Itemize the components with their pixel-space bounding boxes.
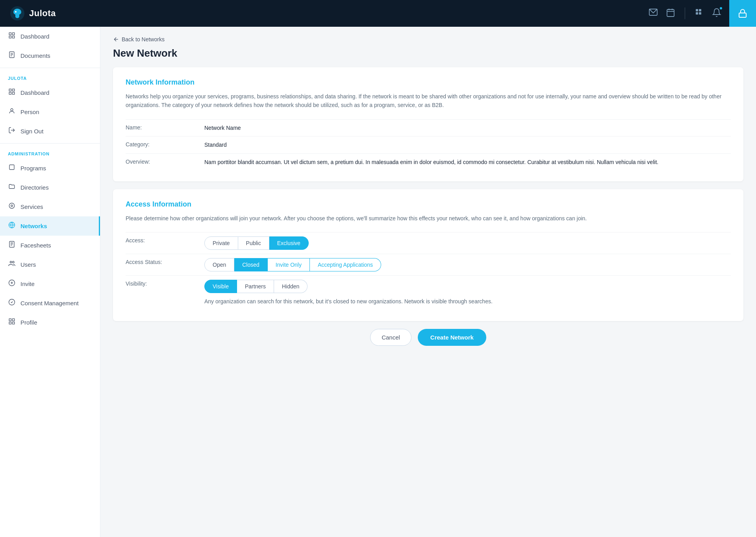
sidebar-label-dashboard-top: Dashboard [20, 33, 49, 40]
svg-rect-21 [13, 89, 15, 91]
visibility-option-partners[interactable]: Partners [237, 280, 274, 293]
field-label-access-status: Access Status: [126, 258, 204, 265]
page-title: New Network [113, 47, 743, 59]
svg-rect-44 [9, 322, 11, 324]
sidebar-item-directories[interactable]: Directories [0, 178, 100, 197]
svg-rect-12 [9, 33, 11, 35]
field-row-access-status: Access Status: Open Closed Invite Only A… [126, 254, 731, 275]
visibility-option-visible[interactable]: Visible [204, 280, 237, 293]
documents-icon [8, 51, 16, 60]
svg-point-1 [15, 11, 17, 13]
svg-point-24 [11, 109, 13, 111]
field-label-visibility: Visibility: [126, 280, 204, 287]
svg-point-27 [11, 205, 13, 207]
signout-icon [8, 127, 16, 136]
admin-section-label: ADMINISTRATION [0, 146, 100, 159]
svg-point-35 [10, 261, 12, 263]
access-status-button-group: Open Closed Invite Only Accepting Applic… [204, 258, 731, 271]
access-option-exclusive[interactable]: Exclusive [269, 236, 309, 250]
svg-rect-15 [9, 36, 11, 38]
sidebar-item-facesheets[interactable]: Facesheets [0, 236, 100, 255]
sidebar-label-facesheets: Facesheets [20, 242, 51, 249]
cancel-button[interactable]: Cancel [370, 329, 411, 346]
sidebar-divider-2 [0, 143, 100, 144]
sidebar-item-networks[interactable]: Networks [0, 216, 100, 236]
sidebar-item-programs[interactable]: Programs [0, 159, 100, 178]
field-value-category: Standard [204, 140, 731, 149]
sidebar-label-documents: Documents [20, 52, 50, 59]
access-summary: Any organization can search for this net… [204, 297, 731, 306]
network-info-card: Network Information Networks help you or… [113, 67, 743, 181]
back-arrow-icon [113, 36, 119, 42]
lock-button[interactable] [729, 0, 756, 27]
svg-rect-42 [13, 319, 15, 321]
sidebar-label-users: Users [20, 261, 36, 268]
messages-icon[interactable] [649, 8, 658, 19]
sidebar-divider-1 [0, 68, 100, 68]
network-info-title: Network Information [126, 78, 731, 87]
field-label-name: Name: [126, 124, 204, 131]
sidebar-item-person[interactable]: Person [0, 102, 100, 122]
directories-icon [8, 183, 16, 192]
invite-icon [8, 279, 16, 288]
field-row-category: Category: Standard [126, 136, 731, 153]
field-value-name: Network Name [204, 124, 731, 132]
sidebar-label-programs: Programs [20, 165, 46, 172]
svg-rect-43 [13, 322, 15, 324]
svg-rect-20 [9, 89, 11, 91]
sidebar-item-documents[interactable]: Documents [0, 46, 100, 65]
layout: Dashboard Documents JULOTA Dashboard [0, 27, 756, 537]
svg-rect-31 [9, 242, 14, 247]
field-label-overview: Overview: [126, 158, 204, 165]
sidebar-item-invite[interactable]: Invite [0, 274, 100, 293]
svg-rect-23 [9, 92, 11, 94]
visibility-option-hidden[interactable]: Hidden [274, 280, 308, 293]
calendar-icon[interactable] [666, 8, 675, 19]
svg-rect-3 [667, 9, 674, 17]
access-status-closed[interactable]: Closed [234, 258, 268, 271]
field-row-visibility: Visibility: Visible Partners Hidden Any … [126, 275, 731, 310]
svg-rect-13 [13, 33, 15, 35]
field-row-name: Name: Network Name [126, 119, 731, 136]
sidebar-label-person: Person [20, 109, 39, 115]
consent-icon [8, 299, 16, 308]
sidebar-item-profile[interactable]: Profile [0, 313, 100, 332]
sidebar-item-services[interactable]: Services [0, 197, 100, 216]
svg-rect-9 [696, 12, 698, 15]
julota-section-label: JULOTA [0, 70, 100, 83]
logo-text: Julota [29, 8, 56, 18]
notification-dot [719, 6, 723, 10]
action-buttons: Cancel Create Network [113, 329, 743, 354]
svg-rect-41 [9, 319, 11, 321]
access-button-group: Private Public Exclusive [204, 236, 731, 250]
sidebar-item-signout[interactable]: Sign Out [0, 122, 100, 141]
services-icon [8, 202, 16, 211]
back-link-text: Back to Networks [122, 36, 165, 42]
access-status-invite-only[interactable]: Invite Only [268, 258, 310, 271]
sidebar-item-users[interactable]: Users [0, 255, 100, 274]
access-status-open[interactable]: Open [204, 258, 234, 271]
header: Julota [0, 0, 756, 27]
svg-rect-26 [9, 165, 14, 170]
network-info-description: Networks help you organize your services… [126, 92, 731, 110]
sidebar-item-dashboard-julota[interactable]: Dashboard [0, 83, 100, 102]
access-option-public[interactable]: Public [238, 236, 269, 250]
notification-badge[interactable] [712, 8, 721, 19]
create-network-button[interactable]: Create Network [418, 329, 486, 346]
svg-point-36 [13, 261, 15, 263]
apps-icon[interactable] [695, 8, 704, 19]
sidebar-label-profile: Profile [20, 319, 37, 326]
sidebar-item-consent[interactable]: Consent Management [0, 293, 100, 313]
access-option-private[interactable]: Private [204, 236, 238, 250]
svg-rect-7 [696, 9, 698, 11]
access-status-accepting-applications[interactable]: Accepting Applications [310, 258, 381, 271]
access-info-card: Access Information Please determine how … [113, 189, 743, 321]
svg-rect-8 [699, 9, 701, 11]
visibility-options: Visible Partners Hidden [204, 280, 731, 293]
dashboard-top-icon [8, 32, 16, 41]
sidebar-item-dashboard-top[interactable]: Dashboard [0, 27, 100, 46]
back-link[interactable]: Back to Networks [113, 36, 743, 42]
logo: Julota [9, 6, 649, 21]
field-label-category: Category: [126, 140, 204, 148]
sidebar-label-signout: Sign Out [20, 128, 43, 135]
